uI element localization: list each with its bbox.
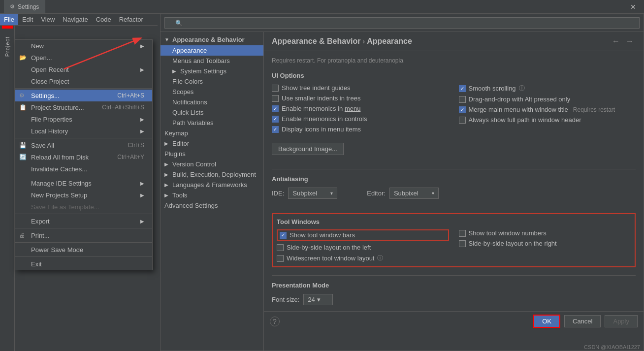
settings-search-input[interactable]	[164, 17, 640, 29]
checkbox-show-tree-indent[interactable]	[272, 85, 279, 92]
breadcrumb-separator: ›	[363, 37, 365, 45]
checkbox-widescreen[interactable]	[277, 255, 284, 262]
save-icon: 💾	[19, 142, 29, 149]
tree-keymap[interactable]: Keymap	[161, 128, 263, 138]
menu-close-project[interactable]: Close Project	[15, 75, 152, 87]
font-size-select[interactable]: 24 ▾	[303, 294, 333, 305]
menu-invalidate-caches[interactable]: Invalidate Caches...	[15, 163, 152, 175]
menu-save-template: Save File as Template...	[15, 201, 152, 213]
tree-appearance-behavior[interactable]: ▼ Appearance & Behavior	[161, 34, 263, 45]
smooth-scrolling-help-icon[interactable]: ⓘ	[519, 84, 525, 93]
menu-manage-ide[interactable]: Manage IDE Settings ▶	[15, 177, 152, 189]
checkbox-show-tool-numbers[interactable]	[459, 230, 466, 237]
help-button[interactable]: ?	[270, 317, 280, 326]
ui-options-right: Smooth scrolling ⓘ Drag-and-drop with Al…	[459, 84, 636, 133]
option-show-tool-bars: Show tool window bars	[277, 229, 449, 241]
presentation-mode-title: Presentation Mode	[272, 282, 636, 289]
tree-plugins[interactable]: Plugins	[161, 149, 263, 159]
project-panel-label[interactable]: Project	[4, 36, 10, 57]
tree-version-control[interactable]: ▶ Version Control	[161, 159, 263, 169]
tool-windows-left: Show tool window bars Side-by-side layou…	[277, 229, 449, 262]
menu-file[interactable]: File	[0, 14, 18, 25]
breadcrumb-bar: Appearance & Behavior › Appearance ← →	[264, 32, 644, 51]
divider-2	[272, 207, 636, 207]
settings-content: ▼ Appearance & Behavior Appearance Menus…	[161, 32, 644, 351]
close-button[interactable]: ✕	[626, 2, 640, 12]
menu-code[interactable]: Code	[92, 14, 115, 25]
tree-tools[interactable]: ▶ Tools	[161, 190, 263, 200]
checkbox-display-icons[interactable]	[272, 126, 279, 133]
option-mnemonics-menu: Enable mnemonics in menu	[272, 105, 449, 112]
editor-aa-value: Subpixel	[394, 190, 419, 197]
editor-aa-label: Editor:	[367, 190, 386, 197]
checkbox-mnemonics-menu[interactable]	[272, 105, 279, 112]
separator-2	[15, 138, 152, 138]
menu-reload-disk[interactable]: 🔄 Reload All from Disk Ctrl+Alt+Y	[15, 151, 152, 163]
editor-aa-select[interactable]: Subpixel ▾	[389, 188, 439, 199]
tree-languages[interactable]: ▶ Languages & Frameworks	[161, 180, 263, 190]
menu-open-recent[interactable]: Open Recent ▶	[15, 64, 152, 75]
menu-print[interactable]: 🖨 Print...	[15, 229, 152, 241]
option-side-by-side-right: Side-by-side layout on the right	[459, 240, 631, 247]
checkbox-smaller-indents[interactable]	[272, 95, 279, 102]
checkbox-full-path[interactable]	[459, 117, 466, 124]
menu-edit[interactable]: Edit	[18, 14, 37, 25]
antialiasing-title: Antialiasing	[272, 175, 636, 183]
settings-footer: ? OK Cancel Apply	[264, 311, 644, 331]
menu-save-all[interactable]: 💾 Save All Ctrl+S	[15, 139, 152, 151]
tree-file-colors[interactable]: File Colors	[161, 76, 263, 87]
menu-file-properties[interactable]: File Properties ▶	[15, 113, 152, 125]
ok-button[interactable]: OK	[533, 315, 560, 328]
checkbox-smooth-scrolling[interactable]	[459, 85, 466, 92]
option-side-by-side-left: Side-by-side layout on the left	[277, 244, 449, 251]
tree-path-variables[interactable]: Path Variables	[161, 118, 263, 128]
background-image-button[interactable]: Background Image...	[272, 143, 344, 155]
menu-exit[interactable]: Exit	[15, 258, 152, 270]
editor-aa-dropdown-arrow: ▾	[432, 191, 434, 196]
expand-icon: ▼	[164, 37, 170, 42]
search-wrapper: 🔍	[164, 17, 640, 29]
font-size-label: Font size:	[272, 296, 299, 303]
tree-system-settings[interactable]: ▶ System Settings	[161, 66, 263, 76]
checkbox-side-by-side-left[interactable]	[277, 244, 284, 251]
menu-new-projects-setup[interactable]: New Projects Setup ▶	[15, 189, 152, 201]
settings-tab[interactable]: ⚙ Settings	[4, 0, 45, 13]
menu-local-history[interactable]: Local History ▶	[15, 125, 152, 137]
checkbox-show-tool-bars[interactable]	[280, 232, 287, 239]
cancel-button[interactable]: Cancel	[564, 315, 601, 327]
menu-open[interactable]: 📂 Open...	[15, 52, 152, 64]
menu-project-structure[interactable]: 📋 Project Structure... Ctrl+Alt+Shift+S	[15, 101, 152, 113]
tree-scopes[interactable]: Scopes	[161, 87, 263, 97]
tree-appearance[interactable]: Appearance	[161, 45, 263, 56]
ide-antialiasing: IDE: Subpixel ▾	[272, 188, 337, 199]
expand-lang-icon: ▶	[164, 182, 170, 188]
tree-advanced[interactable]: Advanced Settings	[161, 200, 263, 211]
menu-export[interactable]: Export ▶	[15, 215, 152, 227]
ide-aa-dropdown-arrow: ▾	[330, 191, 333, 196]
checkbox-dnd-alt[interactable]	[459, 96, 466, 103]
menu-navigate[interactable]: Navigate	[59, 14, 92, 25]
tree-editor[interactable]: ▶ Editor	[161, 138, 263, 149]
widescreen-help-icon[interactable]: ⓘ	[377, 254, 383, 262]
tree-notifications[interactable]: Notifications	[161, 97, 263, 107]
forward-button[interactable]: →	[624, 36, 636, 47]
menu-view[interactable]: View	[37, 14, 59, 25]
back-button[interactable]: ←	[610, 36, 622, 47]
checkbox-merge-menu[interactable]	[459, 106, 466, 113]
settings-tree: ▼ Appearance & Behavior Appearance Menus…	[161, 32, 264, 351]
divider-3	[272, 275, 636, 276]
ide-sidebar: U Project	[0, 14, 15, 351]
checkbox-side-by-side-right[interactable]	[459, 240, 466, 247]
menu-power-save[interactable]: Power Save Mode	[15, 244, 152, 255]
tree-quick-lists[interactable]: Quick Lists	[161, 107, 263, 118]
requires-restart-label: Requires restart	[573, 106, 615, 113]
menu-refactor[interactable]: Refactor	[115, 14, 147, 25]
separator-6	[15, 242, 152, 243]
tree-menus-toolbars[interactable]: Menus and Toolbars	[161, 56, 263, 66]
menu-new[interactable]: New ▶	[15, 40, 152, 52]
menu-settings[interactable]: ⚙ Settings... Ctrl+Alt+S	[15, 90, 152, 101]
tree-build[interactable]: ▶ Build, Execution, Deployment	[161, 169, 263, 180]
ide-aa-select[interactable]: Subpixel ▾	[288, 188, 337, 199]
checkbox-mnemonics-controls[interactable]	[272, 116, 279, 123]
apply-button[interactable]: Apply	[605, 315, 638, 327]
